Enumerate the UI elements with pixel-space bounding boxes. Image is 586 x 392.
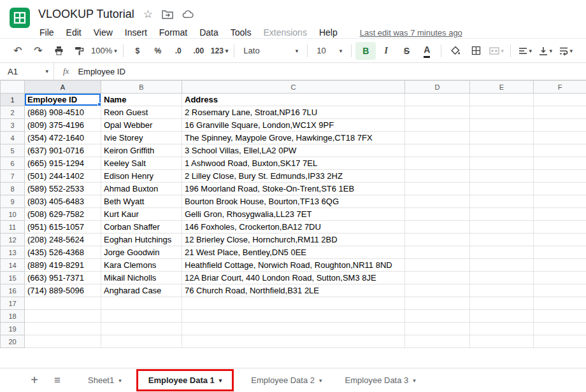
borders-button[interactable] [466,42,486,60]
column-header-F[interactable]: F [534,81,586,94]
cell-B15[interactable]: Mikail Nicholls [101,272,182,284]
row-header-4[interactable]: 4 [1,132,25,144]
cell-A15[interactable]: (663) 951-7371 [25,272,101,284]
cell-A13[interactable]: (435) 526-4368 [25,246,101,259]
redo-button[interactable]: ↷ [28,42,48,60]
row-header-20[interactable]: 20 [1,335,25,348]
cell-D3[interactable] [405,119,470,132]
cell-E12[interactable] [470,234,534,246]
horizontal-align-button[interactable]: ▾ [515,42,535,60]
paint-format-button[interactable] [69,42,89,60]
cell-E20[interactable] [470,335,534,348]
cell-B16[interactable]: Angharad Case [101,284,182,297]
sheet-tab-menu-icon[interactable]: ▾ [319,377,322,384]
cell-C6[interactable]: 1 Ashwood Road, Buxton,SK17 7EL [182,157,405,170]
row-header-7[interactable]: 7 [1,170,25,183]
cell-C9[interactable]: Bourton Brook House, Bourton,TF13 6QG [182,195,405,208]
cell-D15[interactable] [405,272,470,284]
format-currency-button[interactable]: $ [127,42,148,60]
cell-B9[interactable]: Beth Wyatt [101,195,182,208]
cell-F8[interactable] [534,183,586,195]
cell-F7[interactable] [534,170,586,183]
cell-E13[interactable] [470,246,534,259]
bold-button[interactable]: B [355,42,376,60]
menu-help[interactable]: Help [318,26,339,39]
cell-D19[interactable] [405,323,470,335]
cell-D4[interactable] [405,132,470,144]
cell-E19[interactable] [470,323,534,335]
row-header-12[interactable]: 12 [1,234,25,246]
cell-C15[interactable]: 12A Briar Court, 440 London Road, Sutton… [182,272,405,284]
cell-A17[interactable] [25,297,101,310]
cell-B13[interactable]: Jorge Goodwin [101,246,182,259]
cell-D17[interactable] [405,297,470,310]
cell-E9[interactable] [470,195,534,208]
sheet-tab-menu-icon[interactable]: ▾ [219,377,222,384]
cell-A9[interactable]: (803) 405-6483 [25,195,101,208]
row-header-18[interactable]: 18 [1,310,25,323]
merge-cells-button[interactable]: ▾ [486,42,506,60]
cell-E16[interactable] [470,284,534,297]
cell-C13[interactable]: 21 West Place, Bentley,DN5 0EE [182,246,405,259]
cell-A7[interactable]: (501) 244-1402 [25,170,101,183]
fill-color-button[interactable] [445,42,466,60]
column-header-B[interactable]: B [101,81,182,94]
row-header-8[interactable]: 8 [1,183,25,195]
cell-B11[interactable]: Corban Shaffer [101,221,182,234]
cell-B20[interactable] [101,335,182,348]
italic-button[interactable]: I [376,42,396,60]
cell-A14[interactable]: (889) 419-8291 [25,259,101,272]
cell-B10[interactable]: Kurt Kaur [101,208,182,221]
cell-E6[interactable] [470,157,534,170]
cell-B5[interactable]: Keiron Griffith [101,144,182,157]
cell-C5[interactable]: 3 School Villas, Ellel,LA2 0PW [182,144,405,157]
cell-D20[interactable] [405,335,470,348]
cell-F9[interactable] [534,195,586,208]
cell-B17[interactable] [101,297,182,310]
decrease-decimal-button[interactable]: .0 [168,42,189,60]
sheet-tab-employee-data-1[interactable]: Employee Data 1 ▾ [137,370,234,391]
star-icon[interactable]: ☆ [143,9,153,20]
menu-extensions[interactable]: Extensions [262,26,308,39]
cell-C19[interactable] [182,323,405,335]
cell-E1[interactable] [470,94,534,106]
cell-B14[interactable]: Kara Clemons [101,259,182,272]
menu-data[interactable]: Data [198,26,220,39]
zoom-select[interactable]: 100%▾ [89,42,119,60]
text-wrapping-button[interactable]: ▾ [555,42,576,60]
cell-A20[interactable] [25,335,101,348]
cell-C3[interactable]: 16 Granville Square, London,WC1X 9PF [182,119,405,132]
cell-B18[interactable] [101,310,182,323]
cell-E4[interactable] [470,132,534,144]
cell-C20[interactable] [182,335,405,348]
cell-E8[interactable] [470,183,534,195]
cell-E10[interactable] [470,208,534,221]
cell-F12[interactable] [534,234,586,246]
cell-E3[interactable] [470,119,534,132]
sheet-tab-employee-data-3[interactable]: Employee Data 3 ▾ [334,368,427,392]
cell-A18[interactable] [25,310,101,323]
column-header-A[interactable]: A [25,81,101,94]
cell-D2[interactable] [405,106,470,119]
add-sheet-button[interactable]: + [24,368,45,392]
cell-D12[interactable] [405,234,470,246]
sheet-tab-menu-icon[interactable]: ▾ [118,377,122,384]
cell-F16[interactable] [534,284,586,297]
cell-F15[interactable] [534,272,586,284]
cell-A6[interactable]: (665) 915-1294 [25,157,101,170]
cell-C7[interactable]: 2 Lilley Close, Bury St. Edmunds,IP33 2H… [182,170,405,183]
document-title[interactable]: VLOOKUP Tutorial [38,8,134,21]
row-header-11[interactable]: 11 [1,221,25,234]
column-header-D[interactable]: D [405,81,470,94]
cell-E11[interactable] [470,221,534,234]
cell-C18[interactable] [182,310,405,323]
cell-B3[interactable]: Opal Webber [101,119,182,132]
cell-F2[interactable] [534,106,586,119]
cell-B2[interactable]: Reon Guest [101,106,182,119]
cell-D5[interactable] [405,144,470,157]
cell-B4[interactable]: Ivie Storey [101,132,182,144]
cell-C14[interactable]: Heathfield Cottage, Norwich Road, Rought… [182,259,405,272]
cell-F19[interactable] [534,323,586,335]
cell-E5[interactable] [470,144,534,157]
name-box[interactable]: A1 ▾ [0,67,54,76]
